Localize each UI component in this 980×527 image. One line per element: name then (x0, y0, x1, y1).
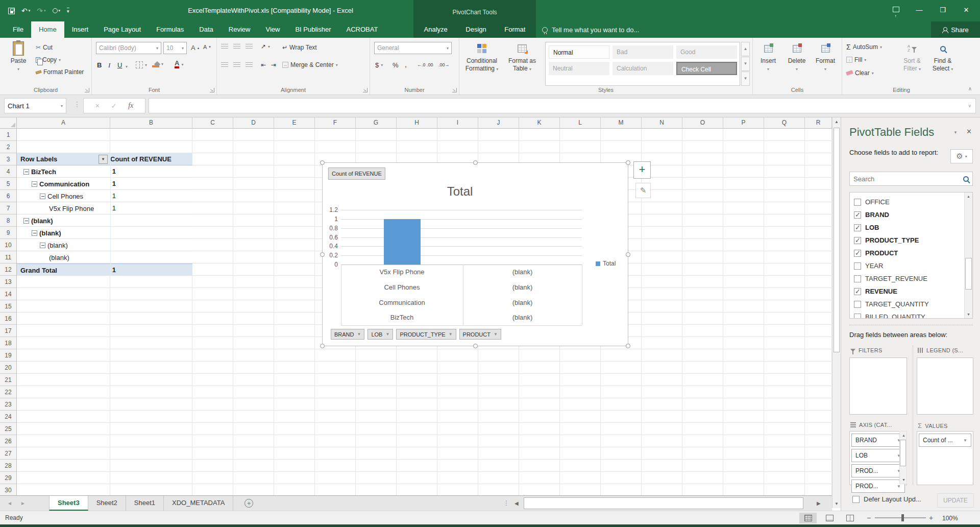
format-painter-button[interactable]: Format Painter (36, 68, 84, 76)
chart-handle[interactable] (320, 252, 325, 257)
tab-formulas[interactable]: Formulas (149, 21, 191, 38)
center-button[interactable] (233, 62, 240, 67)
increase-indent-button[interactable]: ⇥ (271, 61, 276, 68)
collapse-button[interactable] (23, 218, 29, 224)
row-labels-filter-button[interactable]: ▾ (99, 155, 108, 164)
chart-elements-button[interactable]: + (633, 161, 651, 179)
vertical-scrollbar[interactable]: ▲ ▼ (832, 117, 841, 508)
update-button[interactable]: UPDATE (937, 493, 974, 508)
font-color-button[interactable]: A▾ (175, 60, 183, 68)
column-header-R[interactable]: R (805, 117, 832, 128)
scroll-down-icon[interactable]: ▼ (965, 310, 972, 318)
field-list-scrollbar[interactable]: ▲ ▼ (964, 193, 972, 318)
page-layout-view-button[interactable] (821, 513, 838, 523)
collapse-ribbon-button[interactable]: ∧ (968, 86, 972, 91)
field-item-brand[interactable]: BRAND (854, 208, 889, 221)
close-button[interactable]: ✕ (954, 0, 978, 21)
page-break-view-button[interactable] (841, 513, 859, 523)
search-input[interactable]: Search (849, 172, 973, 186)
autosum-button[interactable]: ΣAutoSum▾ (846, 43, 882, 51)
number-format-select[interactable]: General▾ (374, 42, 452, 54)
tab-design[interactable]: Design (458, 21, 494, 38)
tab-file[interactable]: File (5, 21, 31, 38)
grow-font-button[interactable]: A▴ (191, 44, 199, 52)
zoom-slider-track[interactable] (875, 517, 926, 518)
tab-analyze[interactable]: Analyze (416, 21, 455, 38)
gallery-scroll-down-button[interactable]: ▼ (741, 57, 750, 71)
column-header-K[interactable]: K (519, 117, 560, 128)
tab-home[interactable]: Home (31, 21, 64, 38)
scroll-thumb[interactable] (965, 258, 972, 290)
insert-function-button[interactable]: fx (128, 102, 133, 110)
sheet-tab-sheet3[interactable]: Sheet3 (49, 496, 88, 511)
scroll-thumb[interactable] (900, 440, 906, 466)
legend-area[interactable] (917, 357, 973, 415)
scroll-left-icon[interactable]: ◀ (514, 500, 519, 506)
chart-handle[interactable] (626, 160, 630, 165)
chart-handle[interactable] (626, 344, 630, 348)
row-header-20[interactable]: 20 (0, 362, 16, 374)
axis-area[interactable]: BRAND▼LOB▼PROD...▼PROD...▼ (849, 431, 907, 485)
axis-area-scrollbar[interactable]: ▲ ▼ (899, 431, 907, 484)
merge-center-button[interactable]: ↔Merge & Center▾ (282, 61, 338, 68)
cell-style-normal[interactable]: Normal (549, 45, 609, 59)
chart-field-button-product[interactable]: PRODUCT▼ (459, 329, 501, 340)
middle-align-button[interactable] (233, 44, 240, 49)
value-field-button[interactable]: Count of REVENUE (328, 167, 385, 180)
touch-mode-button[interactable]: ▾ (53, 8, 61, 13)
row-header-12[interactable]: 12 (0, 264, 16, 276)
field-list[interactable]: OFFICEBRANDLOBPRODUCT_TYPEPRODUCTYEARTAR… (849, 192, 973, 319)
pivot-chart[interactable]: Count of REVENUE Total Total BRAND▼LOB▼P… (322, 162, 628, 346)
formula-input[interactable]: ∨ (149, 98, 976, 113)
gallery-more-button[interactable]: ▼ (741, 71, 750, 86)
checkbox[interactable] (854, 224, 861, 231)
fill-button[interactable]: ↓Fill▾ (846, 56, 866, 63)
tell-me-box[interactable]: Tell me what you want to do... (542, 21, 639, 38)
checkbox[interactable] (854, 250, 861, 257)
row-header-16[interactable]: 16 (0, 313, 16, 325)
row-header-19[interactable]: 19 (0, 349, 16, 362)
decrease-decimal-button[interactable]: .00→ (438, 62, 450, 67)
chart-handle[interactable] (320, 160, 325, 165)
field-item-target_revenue[interactable]: TARGET_REVENUE (854, 272, 927, 285)
column-header-M[interactable]: M (601, 117, 642, 128)
save-button[interactable] (8, 8, 15, 14)
chart-field-button-lob[interactable]: LOB▼ (368, 329, 393, 340)
zoom-level[interactable]: 100% (942, 515, 958, 522)
row-header-11[interactable]: 11 (0, 251, 16, 264)
collapse-button[interactable] (23, 169, 29, 175)
vertical-scroll-thumb[interactable] (834, 128, 840, 352)
column-header-E[interactable]: E (274, 117, 315, 128)
prev-sheet-icon[interactable]: ◄ (7, 500, 12, 506)
font-dialog-launcher[interactable]: ↘ (210, 88, 214, 92)
cell-style-neutral[interactable]: Neutral (549, 62, 609, 75)
row-header-28[interactable]: 28 (0, 460, 16, 472)
row-header-29[interactable]: 29 (0, 472, 16, 484)
new-sheet-button[interactable]: + (244, 499, 253, 508)
align-right-button[interactable] (246, 62, 253, 67)
customize-qat-button[interactable]: ▾ (67, 8, 69, 14)
underline-button[interactable]: U (117, 61, 122, 69)
row-header-8[interactable]: 8 (0, 214, 16, 227)
bar-total[interactable] (384, 219, 421, 265)
chart-handle[interactable] (626, 252, 630, 257)
column-header-C[interactable]: C (192, 117, 233, 128)
accounting-format-button[interactable]: $▾ (375, 61, 383, 69)
checkbox[interactable] (854, 199, 861, 206)
filters-area[interactable] (849, 357, 907, 415)
row-header-2[interactable]: 2 (0, 141, 16, 153)
row-header-17[interactable]: 17 (0, 325, 16, 337)
row-header-9[interactable]: 9 (0, 227, 16, 239)
hscroll-splitter[interactable]: ⋮ (503, 499, 509, 507)
pane-options-button[interactable]: ▼ (953, 128, 958, 135)
row-header-18[interactable]: 18 (0, 337, 16, 349)
checkbox[interactable] (854, 275, 861, 282)
wrap-text-button[interactable]: ↵Wrap Text (282, 44, 317, 51)
zoom-in-button[interactable]: + (929, 514, 933, 522)
checkbox[interactable] (854, 314, 861, 319)
next-sheet-icon[interactable]: ► (20, 500, 26, 506)
row-header-4[interactable]: 4 (0, 165, 16, 178)
column-header-L[interactable]: L (560, 117, 601, 128)
column-header-B[interactable]: B (110, 117, 192, 128)
chart-legend[interactable]: Total (596, 260, 616, 267)
